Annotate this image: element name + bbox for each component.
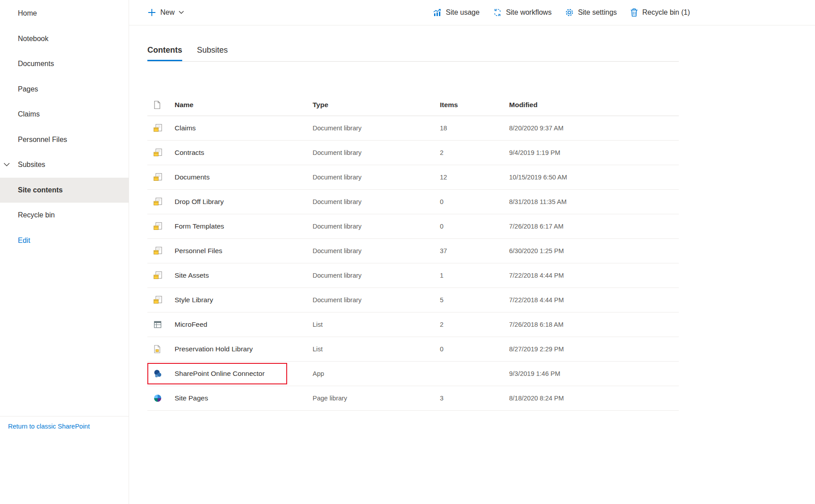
sidebar-item-subsites[interactable]: Subsites [0,152,129,178]
item-name[interactable]: Claims [175,124,313,132]
item-name[interactable]: Form Templates [175,222,313,230]
table-row[interactable]: Style Library Document library 5 7/22/20… [147,288,679,312]
table-row[interactable]: SharePoint Online Connector App 9/3/2019… [147,362,679,386]
recycle-bin-label: Recycle bin (1) [642,8,690,17]
item-name[interactable]: Site Pages [175,394,313,402]
document-library-icon [153,173,163,182]
item-count: 2 [440,321,509,328]
sidebar-item-label: Recycle bin [18,211,55,219]
site-settings-button[interactable]: Site settings [565,8,617,17]
sidebar-item-documents[interactable]: Documents [0,51,129,77]
column-header-items[interactable]: Items [440,101,509,109]
site-usage-button[interactable]: Site usage [433,8,480,17]
gear-icon [565,8,574,17]
sidebar-item-recycle-bin[interactable]: Recycle bin [0,203,129,228]
sidebar-item-label: Claims [18,110,40,118]
table-row[interactable]: Contracts Document library 2 9/4/2019 1:… [147,141,679,165]
item-name[interactable]: Documents [175,173,313,181]
site-workflows-button[interactable]: Site workflows [493,8,552,17]
sync-icon [493,8,502,17]
item-count: 0 [440,198,509,205]
column-header-name[interactable]: Name [175,101,313,109]
table-row[interactable]: Site Pages Page library 3 8/18/2020 8:24… [147,386,679,411]
item-count: 5 [440,296,509,304]
new-button-label: New [160,8,175,17]
item-count: 2 [440,149,509,156]
site-usage-label: Site usage [446,8,480,17]
item-type: Document library [313,198,440,205]
main-area: New Site usage [129,0,815,504]
tab-subsites[interactable]: Subsites [197,46,228,61]
sidebar-item-personnel-files[interactable]: Personnel Files [0,127,129,153]
item-modified: 9/3/2019 1:46 PM [509,370,679,377]
item-count: 12 [440,174,509,181]
sidebar-item-label: Documents [18,60,54,68]
new-button[interactable]: New [147,8,184,17]
table-body: Claims Document library 18 8/20/2020 9:3… [147,116,679,411]
bar-chart-icon [433,8,442,17]
item-type: Document library [313,296,440,304]
item-modified: 10/15/2019 6:50 AM [509,174,679,181]
sidebar-nav: Home Notebook Documents Pages Claims Per… [0,0,129,253]
item-name[interactable]: Style Library [175,296,313,304]
document-library-icon [153,271,163,280]
sidebar-item-label: Home [18,9,37,17]
item-name[interactable]: Drop Off Library [175,198,313,206]
item-modified: 7/26/2018 6:18 AM [509,321,679,328]
item-name[interactable]: Contracts [175,149,313,157]
document-icon [153,345,161,354]
sidebar-item-label: Personnel Files [18,136,67,144]
column-header-modified[interactable]: Modified [509,101,679,109]
trash-icon [630,8,638,17]
column-header-type[interactable]: Type [313,101,440,109]
sidebar-item-label: Notebook [18,35,49,43]
sidebar-item-label: Edit [18,237,30,245]
item-type: Document library [313,149,440,156]
table-row[interactable]: Preservation Hold Library List 0 8/27/20… [147,337,679,362]
item-name[interactable]: Site Assets [175,271,313,279]
item-modified: 6/30/2020 1:25 PM [509,247,679,254]
page-icon [153,100,161,109]
document-library-icon [153,148,163,157]
table-row[interactable]: Personnel Files Document library 37 6/30… [147,239,679,263]
item-type: Page library [313,395,440,402]
sidebar-item-edit[interactable]: Edit [0,228,129,254]
recycle-bin-button[interactable]: Recycle bin (1) [630,8,690,17]
table-row[interactable]: Drop Off Library Document library 0 8/31… [147,190,679,214]
table-row[interactable]: Claims Document library 18 8/20/2020 9:3… [147,116,679,141]
return-to-classic-link[interactable]: Return to classic SharePoint [8,423,90,430]
content-area: Contents Subsites Name Type Items Modifi… [129,46,815,411]
page-library-icon [153,394,162,403]
item-type: Document library [313,247,440,254]
item-count: 0 [440,223,509,230]
item-name[interactable]: MicroFeed [175,321,313,329]
sidebar-item-home[interactable]: Home [0,1,129,26]
chevron-down-icon[interactable] [4,163,10,167]
sidebar-item-pages[interactable]: Pages [0,77,129,102]
table-row[interactable]: Form Templates Document library 0 7/26/2… [147,214,679,239]
sidebar: Home Notebook Documents Pages Claims Per… [0,0,129,504]
site-settings-label: Site settings [578,8,617,17]
sidebar-item-notebook[interactable]: Notebook [0,26,129,52]
item-modified: 8/18/2020 8:24 PM [509,395,679,402]
document-library-icon [153,296,163,304]
item-name[interactable]: Preservation Hold Library [175,345,313,353]
item-type: Document library [313,223,440,230]
sharepoint-app-icon [153,369,162,378]
command-bar-right: Site usage Site workflows [433,8,690,17]
site-workflows-label: Site workflows [506,8,552,17]
item-type: List [313,346,440,353]
sidebar-item-site-contents[interactable]: Site contents [0,178,129,203]
plus-icon [147,8,156,17]
item-name[interactable]: SharePoint Online Connector [175,370,313,378]
item-modified: 9/4/2019 1:19 PM [509,149,679,156]
tab-strip: Contents Subsites [147,46,815,61]
table-row[interactable]: Documents Document library 12 10/15/2019… [147,165,679,190]
table-row[interactable]: Site Assets Document library 1 7/22/2018… [147,263,679,288]
sidebar-item-label: Pages [18,85,38,93]
document-library-icon [153,197,163,206]
table-row[interactable]: MicroFeed List 2 7/26/2018 6:18 AM [147,312,679,337]
tab-contents[interactable]: Contents [147,46,182,61]
sidebar-item-claims[interactable]: Claims [0,102,129,127]
item-name[interactable]: Personnel Files [175,247,313,255]
